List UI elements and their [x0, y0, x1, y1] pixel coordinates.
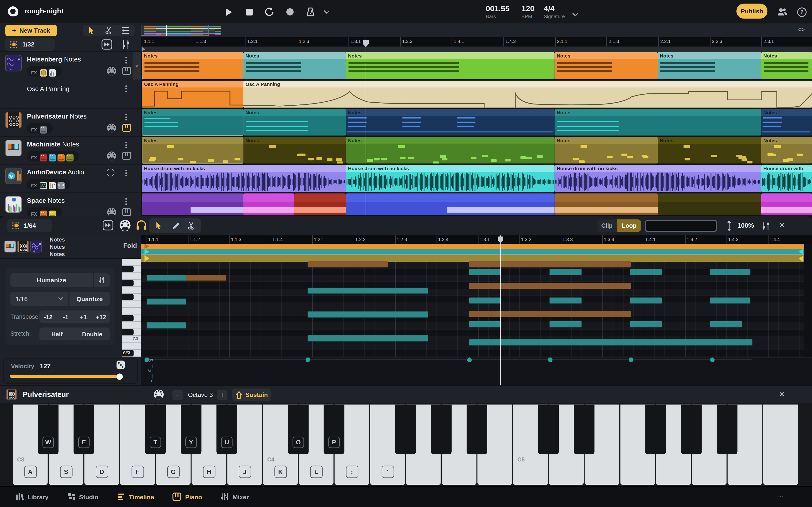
keyboard-black-key[interactable]: O — [288, 405, 308, 454]
editor-clip-name[interactable]: Notes — [50, 236, 65, 243]
piano-view-icon[interactable] — [122, 124, 131, 134]
humanize-button[interactable]: Humanize — [10, 273, 93, 287]
timeline-clip[interactable]: House drum with no kicks — [346, 165, 555, 192]
midi-note[interactable] — [550, 269, 582, 275]
fx-chain-chip[interactable]: FX — [27, 151, 79, 162]
midi-note[interactable] — [469, 261, 631, 267]
piano-roll-black-key[interactable] — [122, 329, 134, 335]
velocity-dot[interactable] — [305, 357, 310, 362]
metronome-button[interactable] — [305, 6, 316, 17]
quantize-button[interactable]: Quantize — [69, 292, 110, 306]
timeline-clip[interactable]: Notes — [555, 109, 761, 135]
timeline-loop-bar[interactable] — [141, 47, 812, 52]
timeline-clip[interactable]: Notes — [658, 137, 761, 163]
keyboard-black-key[interactable] — [467, 405, 487, 454]
midi-note[interactable] — [308, 288, 428, 294]
timeline-clip[interactable]: Notes — [243, 109, 346, 135]
track-thumbnail[interactable] — [5, 139, 22, 156]
midi-note[interactable] — [147, 298, 186, 305]
midi-note[interactable] — [710, 269, 751, 275]
timeline-clip[interactable] — [294, 193, 346, 215]
keyboard-black-key[interactable] — [538, 405, 559, 454]
editor-split-tool-icon[interactable] — [188, 221, 196, 232]
timeline-clip[interactable]: Notes — [346, 109, 555, 135]
timeline-clip[interactable]: Notes — [555, 52, 658, 79]
piano-roll-keys[interactable]: C3A#2 — [122, 259, 141, 357]
midi-note[interactable] — [147, 322, 186, 328]
timeline-clip[interactable]: House drum with no kicks — [142, 165, 346, 192]
midi-note[interactable] — [308, 335, 428, 341]
help-icon[interactable]: ? — [796, 6, 807, 17]
clip-lane-pulverisateur[interactable] — [141, 249, 804, 255]
midi-note[interactable] — [469, 321, 501, 327]
more-options-icon[interactable]: ⋯ — [777, 492, 784, 500]
timeline-clip[interactable] — [346, 193, 555, 215]
track-row-machiniste[interactable]: Machiniste NotesFX — [0, 136, 141, 165]
timeline-clip[interactable]: Notes — [346, 137, 555, 163]
collaborators-icon[interactable] — [777, 6, 788, 17]
velocity-slider[interactable] — [10, 375, 121, 378]
octave-down-button[interactable]: − — [172, 390, 183, 400]
timeline-ruler[interactable]: 1.1.11.1.31.2.11.2.31.3.11.3.31.4.11.4.3… — [141, 37, 812, 47]
track-menu-kebab-icon[interactable] — [125, 197, 131, 207]
timeline-clip[interactable]: Osc A Panning — [142, 81, 243, 108]
nav-item-piano[interactable]: Piano — [173, 492, 202, 502]
piano-view-icon[interactable] — [122, 152, 131, 162]
midi-note[interactable] — [308, 312, 428, 318]
timeline-clip[interactable] — [142, 193, 243, 215]
midi-note[interactable] — [186, 275, 226, 281]
piano-roll-black-key[interactable] — [122, 294, 134, 300]
timeline-clip[interactable]: House drum with no kicks — [555, 165, 761, 192]
piano-roll-key[interactable] — [122, 287, 141, 294]
clip-lane-machiniste[interactable] — [141, 255, 804, 262]
snap-resolution-button[interactable]: 1/32 — [5, 38, 55, 51]
midi-note[interactable] — [469, 297, 501, 303]
midi-note[interactable] — [469, 311, 631, 317]
timeline-clip[interactable]: Notes — [761, 137, 812, 163]
octave-up-button[interactable]: + — [217, 390, 227, 400]
loop-mode-button[interactable]: Loop — [617, 219, 641, 232]
midi-input-icon[interactable] — [107, 151, 116, 163]
keyboard-black-key[interactable] — [574, 405, 595, 454]
keyboard-black-key[interactable]: Y — [181, 405, 201, 454]
fold-button[interactable]: Fold — [123, 242, 137, 249]
midi-note[interactable] — [630, 269, 662, 275]
timeline-clip[interactable]: Notes — [243, 52, 346, 79]
editor-clip-name[interactable]: Notes — [50, 243, 65, 250]
collapse-panel-handle[interactable]: ✕ — [133, 52, 141, 80]
clip-mode-button[interactable]: Clip — [597, 219, 617, 232]
velocity-dot[interactable] — [629, 357, 633, 362]
editor-pencil-tool-icon[interactable] — [172, 221, 180, 232]
midi-input-icon[interactable] — [107, 66, 116, 78]
midi-note[interactable] — [469, 269, 501, 275]
keyboard-black-key[interactable]: U — [216, 405, 237, 454]
midi-note[interactable] — [630, 321, 662, 327]
humanize-settings-icon[interactable] — [94, 273, 110, 287]
nav-item-studio[interactable]: Studio — [67, 492, 98, 502]
track-thumbnail[interactable] — [5, 112, 22, 128]
editor-select-tool-icon[interactable] — [155, 221, 163, 232]
velocity-dot[interactable] — [467, 357, 472, 362]
arm-record-icon[interactable] — [107, 169, 114, 176]
midi-note[interactable] — [469, 283, 631, 289]
track-settings-sliders-icon[interactable] — [121, 40, 131, 52]
midi-note[interactable] — [550, 297, 582, 303]
play-button[interactable] — [223, 6, 234, 17]
select-tool-icon[interactable] — [87, 26, 96, 37]
editor-follow-playhead-icon[interactable] — [102, 220, 113, 233]
track-row-space[interactable]: Space NotesFX — [0, 193, 141, 216]
timeline-clip[interactable]: Notes — [761, 109, 812, 135]
stretch-tool-icon[interactable] — [121, 26, 130, 37]
publish-button[interactable]: Publish — [737, 3, 767, 18]
transpose-button[interactable]: -12 — [40, 310, 57, 323]
midi-note[interactable] — [308, 261, 388, 267]
close-editor-icon[interactable]: ✕ — [779, 221, 785, 229]
nav-item-timeline[interactable]: Timeline — [117, 492, 154, 502]
piano-roll-content[interactable]: 1.1.11.1.21.1.31.1.41.2.11.2.21.2.31.2.4… — [141, 235, 812, 385]
piano-roll-black-key[interactable] — [122, 315, 134, 321]
velocity-dot[interactable] — [710, 357, 715, 362]
timeline-clip[interactable] — [761, 193, 812, 215]
piano-view-icon[interactable] — [122, 67, 131, 77]
record-button[interactable] — [284, 6, 296, 17]
timeline-clip[interactable] — [658, 193, 761, 215]
